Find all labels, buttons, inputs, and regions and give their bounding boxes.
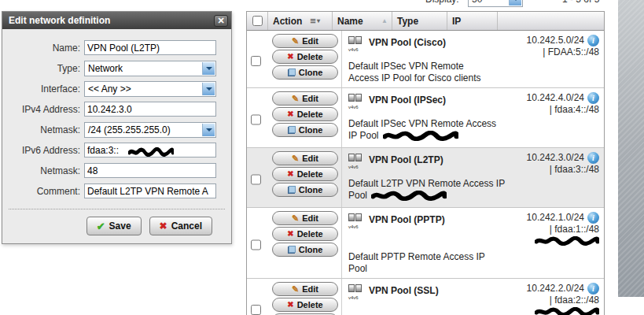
row-name: VPN Pool (SSL) bbox=[369, 285, 439, 296]
row-name: VPN Pool (IPSec) bbox=[369, 94, 446, 106]
row-ip: 10.242.4.0/24 i | fdaa:4::/48 bbox=[522, 92, 599, 116]
type-select[interactable]: Network bbox=[84, 61, 216, 76]
netmask6-label: Netmask: bbox=[2, 165, 80, 176]
delete-x-icon: ✖ bbox=[287, 110, 293, 118]
redacted-scribble bbox=[527, 307, 599, 315]
row-checkbox[interactable] bbox=[251, 283, 261, 315]
delete-button[interactable]: ✖ Delete bbox=[272, 227, 338, 241]
page-size-value: 50 bbox=[472, 0, 482, 5]
clone-icon bbox=[288, 126, 296, 134]
netmask6-field[interactable] bbox=[84, 163, 216, 178]
table-row: ✎ Edit ✖ Delete Clone v4v6 VPN Pool (Cis… bbox=[247, 31, 604, 87]
ipv6-label: IPv6 Address: bbox=[2, 145, 80, 156]
edit-button[interactable]: ✎ Edit bbox=[272, 151, 338, 165]
pencil-icon: ✎ bbox=[292, 94, 299, 103]
divider bbox=[9, 209, 225, 209]
dialog-actions: ✔ Save ✖ Cancel bbox=[2, 217, 231, 235]
row-description: Default L2TP VPN Remote Access IP Pool bbox=[348, 178, 599, 204]
ipv4-field[interactable] bbox=[84, 102, 216, 117]
delete-button[interactable]: ✖ Delete bbox=[272, 167, 338, 181]
row-name: VPN Pool (Cisco) bbox=[369, 37, 446, 48]
edit-button[interactable]: ✎ Edit bbox=[272, 91, 338, 106]
network-v4v6-icon: v4v6 bbox=[348, 213, 365, 228]
select-all-checkbox[interactable] bbox=[252, 16, 263, 26]
network-v4v6-icon: v4v6 bbox=[348, 36, 365, 50]
column-header-name[interactable]: Name ▲ bbox=[332, 12, 392, 30]
cancel-button[interactable]: ✖ Cancel bbox=[149, 217, 212, 235]
network-v4v6-icon: v4v6 bbox=[348, 94, 365, 108]
save-button[interactable]: ✔ Save bbox=[86, 217, 142, 235]
dialog-titlebar: Edit network definition ✕ bbox=[2, 12, 231, 29]
chevron-down-icon: ▾ bbox=[317, 17, 320, 24]
dialog-body: Name: Type: Network Interface: << Any >>… bbox=[2, 29, 231, 243]
check-icon: ✔ bbox=[97, 220, 105, 232]
network-v4v6-icon: v4v6 bbox=[348, 154, 365, 168]
chevron-down-icon bbox=[202, 62, 215, 75]
netmask4-label: Netmask: bbox=[2, 124, 80, 135]
dialog-title: Edit network definition bbox=[9, 15, 214, 26]
interface-select-value: << Any >> bbox=[88, 83, 131, 94]
ipv4-label: IPv4 Address: bbox=[2, 104, 80, 115]
save-button-label: Save bbox=[109, 220, 131, 232]
row-checkbox[interactable] bbox=[251, 35, 261, 87]
info-icon[interactable]: i bbox=[587, 212, 599, 224]
chevron-down-icon bbox=[509, 0, 521, 6]
clone-button[interactable]: Clone bbox=[272, 65, 338, 80]
delete-button[interactable]: ✖ Delete bbox=[272, 50, 338, 64]
close-icon[interactable]: ✕ bbox=[214, 15, 228, 27]
edit-network-dialog: Edit network definition ✕ Name: Type: Ne… bbox=[2, 11, 232, 244]
page-size-select[interactable]: 50 bbox=[468, 0, 523, 7]
network-definitions-table: Action ≡ ▾ Name ▲ Type IP ✎ Edit ✖ Delet bbox=[246, 11, 605, 315]
list-menu-icon[interactable]: ≡ bbox=[310, 16, 316, 26]
info-icon[interactable]: i bbox=[587, 92, 599, 104]
clone-button[interactable]: Clone bbox=[272, 183, 338, 197]
page-edge-decoration bbox=[618, 0, 644, 297]
clone-icon bbox=[288, 69, 296, 76]
chevron-down-icon bbox=[202, 83, 215, 95]
info-icon[interactable]: i bbox=[587, 283, 599, 295]
table-row: ✎ Edit ✖ Delete Clone v4v6 VPN Pool (PPT… bbox=[247, 207, 604, 278]
pagination-range: 1 - 5 of 5 bbox=[562, 0, 599, 5]
redacted-scribble bbox=[128, 146, 174, 160]
row-checkbox[interactable] bbox=[251, 92, 261, 147]
edit-button[interactable]: ✎ Edit bbox=[272, 34, 338, 48]
clone-button[interactable]: Clone bbox=[272, 243, 338, 257]
redacted-scribble bbox=[527, 236, 599, 249]
column-header-type[interactable]: Type bbox=[392, 12, 447, 30]
column-header-empty bbox=[497, 12, 604, 30]
column-header-ip[interactable]: IP bbox=[447, 12, 497, 30]
interface-label: Interface: bbox=[2, 83, 80, 94]
delete-x-icon: ✖ bbox=[287, 170, 293, 178]
interface-select[interactable]: << Any >> bbox=[84, 81, 216, 97]
table-body: ✎ Edit ✖ Delete Clone v4v6 VPN Pool (Cis… bbox=[247, 31, 604, 315]
row-description: Default IPSec VPN Remote Access IP Pool … bbox=[348, 61, 599, 84]
row-checkbox[interactable] bbox=[251, 152, 261, 207]
delete-button[interactable]: ✖ Delete bbox=[272, 107, 338, 121]
sort-asc-icon: ▲ bbox=[381, 17, 388, 24]
info-icon[interactable]: i bbox=[587, 152, 599, 164]
row-checkbox[interactable] bbox=[251, 212, 261, 278]
delete-x-icon: ✖ bbox=[287, 301, 293, 309]
name-field[interactable] bbox=[84, 40, 216, 55]
redacted-scribble bbox=[371, 191, 447, 204]
column-header-action[interactable]: Action ≡ ▾ bbox=[267, 12, 332, 30]
x-icon: ✖ bbox=[160, 220, 167, 232]
clone-button[interactable]: Clone bbox=[272, 123, 338, 137]
edit-button[interactable]: ✎ Edit bbox=[272, 211, 338, 225]
info-icon[interactable]: i bbox=[587, 35, 599, 46]
pagination-toolbar: Display: 50 1 - 5 of 5 bbox=[246, 0, 605, 9]
pencil-icon: ✎ bbox=[292, 37, 299, 46]
row-description: Default IPSec VPN Remote Access IP Pool bbox=[348, 118, 599, 144]
cancel-button-label: Cancel bbox=[171, 220, 202, 232]
comment-field[interactable] bbox=[84, 183, 216, 198]
delete-button[interactable]: ✖ Delete bbox=[272, 298, 338, 312]
edit-button[interactable]: ✎ Edit bbox=[272, 282, 338, 296]
row-description: Default PPTP Remote Access IP Pool bbox=[348, 251, 599, 275]
comment-label: Comment: bbox=[2, 186, 80, 197]
netmask4-select[interactable]: /24 (255.255.255.0) bbox=[84, 122, 216, 138]
network-definitions-panel: Display: 50 1 - 5 of 5 Action ≡ ▾ Name ▲… bbox=[246, 0, 605, 315]
chevron-down-icon bbox=[202, 124, 215, 136]
name-label: Name: bbox=[2, 43, 80, 54]
delete-x-icon: ✖ bbox=[287, 53, 293, 61]
row-ip: 10.242.1.0/24 i | fdaa:1::/48 bbox=[522, 212, 599, 249]
